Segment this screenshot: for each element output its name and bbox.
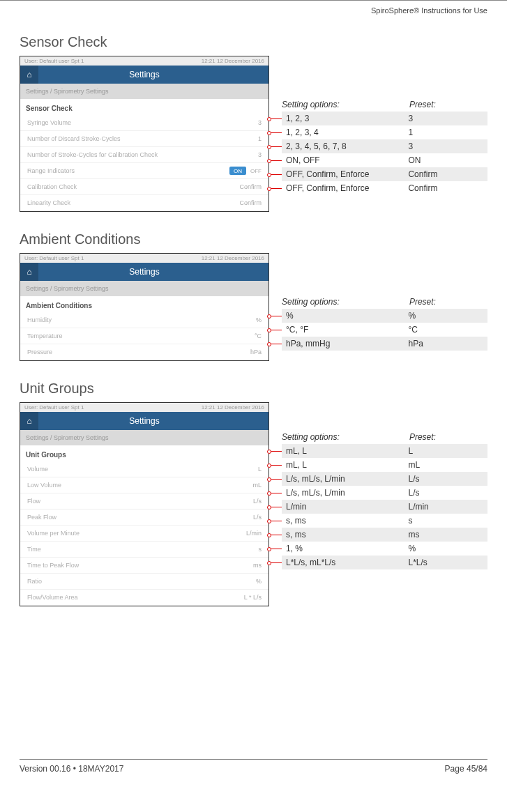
doc-header: SpiroSphere® Instructions for Use xyxy=(20,1,487,31)
row-value: mL xyxy=(252,482,262,489)
shot-header: ⌂ Settings xyxy=(20,66,268,84)
settings-row[interactable]: Flow/Volume AreaL * L/s xyxy=(20,590,268,606)
row-value: °C xyxy=(255,332,262,339)
preset-cell: 1 xyxy=(408,128,483,137)
row-value: 1 xyxy=(258,135,262,142)
options-cell: 1, % xyxy=(286,544,408,553)
footer-page: Page 45/84 xyxy=(445,764,487,774)
row-label: Ratio xyxy=(27,578,42,585)
shot-section-label: Sensor Check xyxy=(20,99,268,115)
connector-line xyxy=(269,535,282,535)
options-cell: mL, L xyxy=(286,460,408,470)
row-label: Volume per Minute xyxy=(27,530,80,537)
settings-row[interactable]: Number of Discard Stroke-Cycles1 xyxy=(20,131,268,147)
units-block: User: Default user Spt 1 12:21 12 Decemb… xyxy=(20,402,487,606)
preset-cell: ms xyxy=(408,530,483,539)
settings-row[interactable]: Humidity% xyxy=(20,312,268,328)
row-label: Temperature xyxy=(27,332,63,339)
preset-cell: L/s xyxy=(408,474,483,484)
settings-row[interactable]: VolumeL xyxy=(20,461,268,477)
option-row: s, mss xyxy=(282,514,487,528)
settings-row[interactable]: Volume per MinuteL/min xyxy=(20,526,268,542)
preset-cell: hPa xyxy=(408,339,483,348)
ambient-screenshot: User: Default user Spt 1 12:21 12 Decemb… xyxy=(20,253,269,361)
section-title-units: Unit Groups xyxy=(20,381,487,397)
options-cell: OFF, Confirm, Enforce xyxy=(286,169,408,179)
shot-statusbar: User: Default user Spt 1 12:21 12 Decemb… xyxy=(20,254,268,263)
connector-line xyxy=(269,549,282,549)
shot-statusbar: User: Default user Spt 1 12:21 12 Decemb… xyxy=(20,56,268,66)
opts-header: Setting options: Preset: xyxy=(282,98,487,112)
settings-row[interactable]: FlowL/s xyxy=(20,493,268,510)
preset-cell: ON xyxy=(408,155,483,165)
section-title-ambient: Ambient Conditions xyxy=(20,231,487,247)
preset-cell: L/min xyxy=(408,502,483,512)
home-icon[interactable]: ⌂ xyxy=(20,263,38,281)
section-title-sensor: Sensor Check xyxy=(20,34,487,50)
settings-row[interactable]: Times xyxy=(20,542,268,558)
settings-row[interactable]: Syringe Volume3 xyxy=(20,115,268,131)
row-label: Peak Flow xyxy=(27,514,56,521)
settings-row[interactable]: Calibration CheckConfirm xyxy=(20,179,268,195)
options-cell: s, ms xyxy=(286,530,408,539)
preset-cell: Confirm xyxy=(408,169,483,179)
row-value: L xyxy=(258,466,262,473)
settings-row[interactable]: Peak FlowL/s xyxy=(20,510,268,526)
option-row: ON, OFFON xyxy=(282,153,487,167)
connector-line xyxy=(269,493,282,493)
settings-row[interactable]: Range IndicatorsONOFF xyxy=(20,163,268,179)
options-cell: °C, °F xyxy=(286,325,408,335)
preset-cell: L/s xyxy=(408,488,483,498)
row-label: Number of Stroke-Cycles for Calibration … xyxy=(27,151,158,158)
option-row: L*L/s, mL*L/sL*L/s xyxy=(282,556,487,569)
row-label: Syringe Volume xyxy=(27,119,71,126)
option-row: 1, 2, 3, 41 xyxy=(282,125,487,139)
row-label: Range Indicators xyxy=(27,167,75,174)
options-cell: L/s, mL/s, L/min xyxy=(286,474,408,484)
preset-cell: mL xyxy=(408,460,483,470)
option-row: %% xyxy=(282,309,487,323)
connector-line xyxy=(269,562,282,563)
preset-cell: L*L/s xyxy=(408,558,483,567)
row-label: Low Volume xyxy=(27,482,61,489)
connector-line xyxy=(269,118,282,119)
shot-statusbar: User: Default user Spt 1 12:21 12 Decemb… xyxy=(20,403,268,412)
connector-line xyxy=(269,507,282,507)
option-row: s, msms xyxy=(282,528,487,542)
connector-line xyxy=(269,188,282,189)
ambient-block: User: Default user Spt 1 12:21 12 Decemb… xyxy=(20,253,487,361)
shot-header: ⌂ Settings xyxy=(20,263,268,281)
options-cell: L*L/s, mL*L/s xyxy=(286,558,408,567)
options-cell: OFF, Confirm, Enforce xyxy=(286,183,408,193)
footer-version: Version 00.16 • 18MAY2017 xyxy=(20,764,123,774)
options-cell: 1, 2, 3 xyxy=(286,114,408,123)
preset-cell: 3 xyxy=(408,141,483,151)
settings-row[interactable]: Ratio% xyxy=(20,574,268,590)
settings-row[interactable]: Low VolumemL xyxy=(20,477,268,493)
settings-row[interactable]: Number of Stroke-Cycles for Calibration … xyxy=(20,147,268,163)
page-footer: Version 00.16 • 18MAY2017 Page 45/84 xyxy=(20,759,487,774)
ambient-opts: Setting options: Preset: %%°C, °F°ChPa, … xyxy=(269,253,487,351)
sensor-block: User: Default user Spt 1 12:21 12 Decemb… xyxy=(20,56,487,212)
toggle-switch[interactable]: ONOFF xyxy=(229,167,262,175)
home-icon[interactable]: ⌂ xyxy=(20,66,38,84)
row-label: Time to Peak Flow xyxy=(27,562,79,569)
options-cell: 2, 3, 4, 5, 6, 7, 8 xyxy=(286,141,408,151)
row-value: L * L/s xyxy=(244,594,262,601)
sensor-screenshot: User: Default user Spt 1 12:21 12 Decemb… xyxy=(20,56,269,212)
options-cell: s, ms xyxy=(286,516,408,526)
options-cell: L/s, mL/s, L/min xyxy=(286,488,408,498)
settings-row[interactable]: Temperature°C xyxy=(20,328,268,344)
option-row: L/minL/min xyxy=(282,500,487,514)
row-label: Volume xyxy=(27,466,48,473)
connector-line xyxy=(269,316,282,316)
settings-row[interactable]: Linearity CheckConfirm xyxy=(20,195,268,211)
connector-line xyxy=(269,479,282,480)
options-cell: % xyxy=(286,311,408,321)
settings-row[interactable]: PressurehPa xyxy=(20,344,268,360)
settings-row[interactable]: Time to Peak Flowms xyxy=(20,558,268,574)
row-label: Time xyxy=(27,546,41,553)
row-value: L/s xyxy=(253,514,262,521)
breadcrumb: Settings / Spirometry Settings xyxy=(20,281,268,296)
home-icon[interactable]: ⌂ xyxy=(20,412,38,430)
